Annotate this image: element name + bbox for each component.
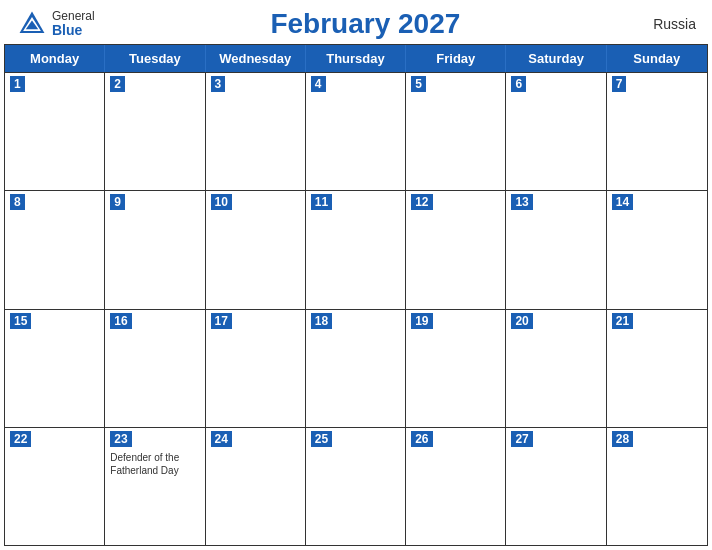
country-label: Russia bbox=[636, 16, 696, 32]
day-number-27: 27 bbox=[511, 431, 532, 447]
day-header-monday: Monday bbox=[5, 45, 105, 72]
day-cell-20: 20 bbox=[506, 310, 606, 427]
day-number-11: 11 bbox=[311, 194, 332, 210]
day-cell-27: 27 bbox=[506, 428, 606, 545]
day-number-4: 4 bbox=[311, 76, 326, 92]
day-header-thursday: Thursday bbox=[306, 45, 406, 72]
day-number-18: 18 bbox=[311, 313, 332, 329]
day-cell-14: 14 bbox=[607, 191, 707, 308]
day-cell-12: 12 bbox=[406, 191, 506, 308]
day-number-15: 15 bbox=[10, 313, 31, 329]
day-number-12: 12 bbox=[411, 194, 432, 210]
day-number-23: 23 bbox=[110, 431, 131, 447]
day-number-6: 6 bbox=[511, 76, 526, 92]
day-number-10: 10 bbox=[211, 194, 232, 210]
day-cell-4: 4 bbox=[306, 73, 406, 190]
day-cell-18: 18 bbox=[306, 310, 406, 427]
day-header-tuesday: Tuesday bbox=[105, 45, 205, 72]
day-number-2: 2 bbox=[110, 76, 125, 92]
day-cell-1: 1 bbox=[5, 73, 105, 190]
day-number-3: 3 bbox=[211, 76, 226, 92]
day-number-24: 24 bbox=[211, 431, 232, 447]
calendar-grid: 1234567891011121314151617181920212223Def… bbox=[5, 72, 707, 545]
day-number-1: 1 bbox=[10, 76, 25, 92]
day-number-8: 8 bbox=[10, 194, 25, 210]
day-number-13: 13 bbox=[511, 194, 532, 210]
day-cell-16: 16 bbox=[105, 310, 205, 427]
generalblue-icon bbox=[16, 8, 48, 40]
day-number-21: 21 bbox=[612, 313, 633, 329]
day-number-7: 7 bbox=[612, 76, 627, 92]
day-number-19: 19 bbox=[411, 313, 432, 329]
day-cell-17: 17 bbox=[206, 310, 306, 427]
logo-text: General Blue bbox=[52, 10, 95, 39]
day-cell-6: 6 bbox=[506, 73, 606, 190]
day-number-14: 14 bbox=[612, 194, 633, 210]
calendar: MondayTuesdayWednesdayThursdayFridaySatu… bbox=[4, 44, 708, 546]
day-headers-row: MondayTuesdayWednesdayThursdayFridaySatu… bbox=[5, 45, 707, 72]
day-number-9: 9 bbox=[110, 194, 125, 210]
day-header-friday: Friday bbox=[406, 45, 506, 72]
day-cell-10: 10 bbox=[206, 191, 306, 308]
day-header-wednesday: Wednesday bbox=[206, 45, 306, 72]
day-cell-24: 24 bbox=[206, 428, 306, 545]
day-number-20: 20 bbox=[511, 313, 532, 329]
week-row-2: 891011121314 bbox=[5, 190, 707, 308]
calendar-header: General Blue February 2027 Russia bbox=[0, 0, 712, 44]
day-cell-5: 5 bbox=[406, 73, 506, 190]
day-number-26: 26 bbox=[411, 431, 432, 447]
day-cell-21: 21 bbox=[607, 310, 707, 427]
day-cell-26: 26 bbox=[406, 428, 506, 545]
logo: General Blue bbox=[16, 8, 95, 40]
week-row-4: 2223Defender of the Fatherland Day242526… bbox=[5, 427, 707, 545]
day-number-25: 25 bbox=[311, 431, 332, 447]
day-cell-2: 2 bbox=[105, 73, 205, 190]
day-cell-15: 15 bbox=[5, 310, 105, 427]
logo-blue-text: Blue bbox=[52, 23, 95, 38]
day-cell-3: 3 bbox=[206, 73, 306, 190]
day-number-22: 22 bbox=[10, 431, 31, 447]
day-number-5: 5 bbox=[411, 76, 426, 92]
day-cell-28: 28 bbox=[607, 428, 707, 545]
day-cell-23: 23Defender of the Fatherland Day bbox=[105, 428, 205, 545]
holiday-text-23: Defender of the Fatherland Day bbox=[110, 451, 199, 477]
day-number-28: 28 bbox=[612, 431, 633, 447]
day-cell-22: 22 bbox=[5, 428, 105, 545]
month-title: February 2027 bbox=[95, 8, 636, 40]
day-header-sunday: Sunday bbox=[607, 45, 707, 72]
day-cell-9: 9 bbox=[105, 191, 205, 308]
day-cell-13: 13 bbox=[506, 191, 606, 308]
day-cell-25: 25 bbox=[306, 428, 406, 545]
day-cell-11: 11 bbox=[306, 191, 406, 308]
day-cell-8: 8 bbox=[5, 191, 105, 308]
day-header-saturday: Saturday bbox=[506, 45, 606, 72]
day-number-16: 16 bbox=[110, 313, 131, 329]
week-row-3: 15161718192021 bbox=[5, 309, 707, 427]
week-row-1: 1234567 bbox=[5, 72, 707, 190]
day-cell-7: 7 bbox=[607, 73, 707, 190]
logo-general-text: General bbox=[52, 10, 95, 23]
day-cell-19: 19 bbox=[406, 310, 506, 427]
day-number-17: 17 bbox=[211, 313, 232, 329]
